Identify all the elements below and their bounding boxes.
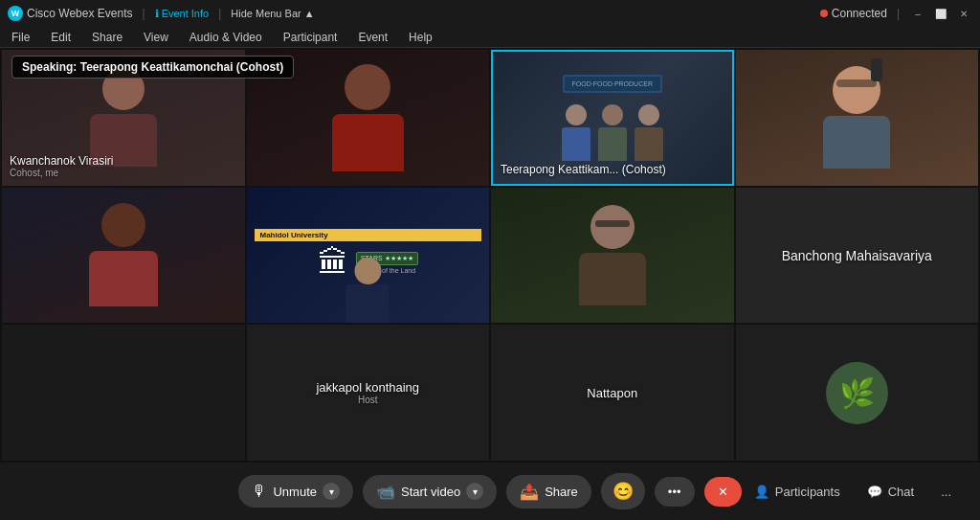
person2-figure [332,64,404,171]
conf-people [562,104,663,161]
speaking-name: Teerapong Keattikamonchai (Cohost) [80,60,283,74]
menu-help[interactable]: Help [405,29,436,46]
person5-figure [89,203,158,306]
video-cell-empty1 [2,325,245,461]
person7-body [579,253,646,305]
person5-body [89,251,158,306]
title-bar-left: W Cisco Webex Events | ℹ Event Info | Hi… [8,6,315,21]
share-button[interactable]: 📤 Share [506,475,591,509]
video-cell-banchong[interactable]: Banchong Mahaisavariya [736,188,979,324]
person4-head [833,66,880,114]
end-icon: ✕ [718,485,728,499]
title-bar: W Cisco Webex Events | ℹ Event Info | Hi… [0,0,980,27]
mahidol-slide: Mahidol University 🏛 STARS ★★★★★ Wisdom … [247,188,490,324]
title-separator: | [143,7,145,20]
video-cell-person5[interactable] [2,188,245,324]
hide-menu-label: Hide Menu Bar [231,8,301,19]
chevron-up-icon: ▲ [304,8,315,19]
emoji-icon: 😊 [612,481,634,502]
banchong-name: Banchong Mahaisavariya [736,248,979,263]
menu-file[interactable]: File [8,29,33,46]
conf-head2 [602,104,623,125]
video-grid: Kwanchanok Virasiri Cohost, me FOOD·FOOD… [0,48,980,463]
avatar-circle: 🌿 [826,362,888,424]
maximize-button[interactable]: ⬜ [932,5,949,22]
menu-view[interactable]: View [140,29,172,46]
share-icon: 📤 [520,483,539,501]
start-video-label: Start video [401,485,460,499]
menu-event[interactable]: Event [354,29,391,46]
nattapon-name: Nattapon [491,386,734,400]
more-button[interactable]: ••• [655,477,695,507]
video-cell-jakkapol[interactable]: jakkapol konthaing Host [247,325,490,461]
person4-figure [823,66,890,169]
info-icon: ℹ [155,8,159,20]
conf-head1 [566,104,587,125]
minimize-button[interactable]: – [909,5,926,22]
share-label: Share [545,485,578,499]
person2-body [332,114,404,171]
start-video-button[interactable]: 📹 Start video ▾ [363,475,497,509]
mahidol-person-body [346,284,390,323]
video-cell-teerapong[interactable]: FOOD·FOOD·PRODUCER Teerapong Keattikam..… [491,50,734,186]
participants-button[interactable]: 👤 Participants [745,479,850,505]
conf-p1 [562,104,590,161]
conf-p2 [598,104,627,161]
menu-audio-video[interactable]: Audio & Video [186,29,266,46]
headphone [871,58,882,81]
win-separator: | [897,7,900,20]
conf-sign: FOOD·FOOD·PRODUCER [563,75,662,93]
menu-bar: File Edit Share View Audio & Video Parti… [0,27,980,48]
conf-body3 [635,127,663,161]
person4-body [823,116,890,169]
event-info-label: Event Info [162,8,210,19]
mic-icon: 🎙 [252,483,267,500]
hide-menu-btn[interactable]: Hide Menu Bar ▲ [231,8,314,19]
participants-label: Participants [775,485,840,499]
kwanchanok-figure [90,68,157,167]
glasses7 [595,220,630,227]
unmute-button[interactable]: 🎙 Unmute ▾ [238,475,353,508]
menu-edit[interactable]: Edit [47,29,75,46]
title-bar-right: Connected | – ⬜ ✕ [820,5,972,22]
menu-participant[interactable]: Participant [279,29,342,46]
mahidol-header: Mahidol University [255,229,482,241]
video-cell-nattapon[interactable]: Nattapon [491,325,734,461]
participants-icon: 👤 [754,485,769,499]
toolbar-right: 👤 Participants 💬 Chat ... [745,479,961,505]
teerapong-name: Teerapong Keattikam... (Cohost) [501,163,666,176]
app-logo: W Cisco Webex Events [8,6,133,21]
person4-video [736,50,979,186]
speaking-label: Speaking: Teerapong Keattikamonchai (Coh… [11,56,294,79]
mahidol-person [346,258,390,323]
connected-label: Connected [832,7,887,20]
conf-body2 [598,127,627,161]
toolbar: 🎙 Unmute ▾ 📹 Start video ▾ 📤 Share 😊 •••… [0,463,980,520]
video-cell-person4[interactable] [736,50,979,186]
person2-head [345,64,390,110]
event-info-btn[interactable]: ℹ Event Info [155,8,210,20]
chat-button[interactable]: 💬 Chat [858,479,924,505]
conf-p3 [635,104,663,161]
end-button[interactable]: ✕ [704,477,742,507]
more-icon: ••• [668,485,681,499]
speaking-prefix: Speaking: [22,60,77,74]
video-chevron-icon[interactable]: ▾ [466,483,483,500]
connection-dot [820,10,828,17]
chat-icon: 💬 [867,485,882,499]
menu-share[interactable]: Share [88,29,126,46]
video-icon: 📹 [376,483,395,501]
conf-body1 [562,127,590,161]
chat-label: Chat [888,485,914,499]
video-cell-person7[interactable] [491,188,734,324]
video-cell-mahidol[interactable]: Mahidol University 🏛 STARS ★★★★★ Wisdom … [247,188,490,324]
unmute-label: Unmute [273,485,317,499]
emoji-button[interactable]: 😊 [601,473,645,509]
video-cell-avatar[interactable]: 🌿 [736,325,979,461]
unmute-chevron-icon[interactable]: ▾ [323,483,340,500]
mahidol-person-head [354,258,381,284]
separator2: | [218,7,221,20]
more-right-button[interactable]: ... [931,479,961,505]
close-button[interactable]: ✕ [955,5,972,22]
kwanchanok-name: Kwanchanok Virasiri Cohost, me [10,154,114,178]
